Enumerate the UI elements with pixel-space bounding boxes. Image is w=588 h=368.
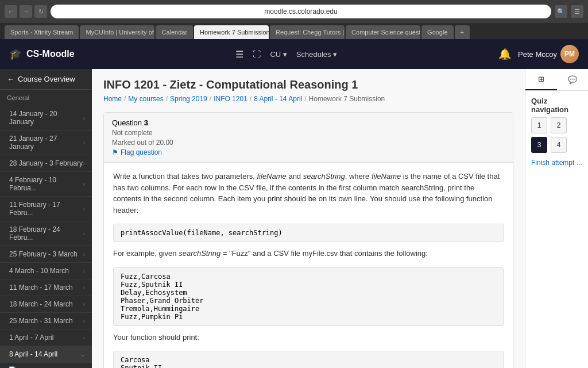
quiz-nav-tab-grid[interactable]: ⊞: [525, 69, 557, 90]
chevron-right-icon: ›: [83, 301, 85, 308]
should-print-text: Your function should print:: [113, 332, 504, 343]
sidebar-item-1apr[interactable]: 1 April - 7 April ›: [0, 329, 92, 346]
chevron-right-icon: ›: [83, 251, 85, 258]
main-content: INFO 1201 - Zietz - Computational Reason…: [92, 69, 525, 368]
question-body: Write a function that takes two paramete…: [104, 163, 513, 368]
chat-icon: 💬: [568, 75, 577, 84]
moodle-header: 🎓 CS-Moodle ☰ ⛶ CU ▾ Schedules ▾ 🔔 Pete …: [0, 39, 588, 69]
browser-tab-bar: Sports · Xfinity Stream MyCUInfo | Unive…: [0, 23, 588, 39]
username: Pete Mccoy: [518, 50, 557, 59]
breadcrumb-spring2019[interactable]: Spring 2019: [170, 95, 207, 103]
chevron-right-icon: ›: [83, 268, 85, 274]
browser-chrome: ← → ↻ 🔍 ☰: [0, 0, 588, 23]
search-button[interactable]: 🔍: [555, 5, 567, 18]
tab-mycuinfo[interactable]: MyCUInfo | University of Colorado...: [80, 25, 154, 39]
new-tab-button[interactable]: +: [455, 25, 470, 39]
quiz-nav-btn-2[interactable]: 2: [551, 117, 567, 133]
user-avatar-area[interactable]: Pete Mccoy PM: [518, 45, 579, 63]
example-text: For example, given searchString = "Fuzz"…: [113, 248, 504, 259]
chevron-down-icon: ⌄: [80, 351, 85, 358]
tab-calendar[interactable]: Calendar: [156, 25, 193, 39]
question-status: Not complete: [112, 129, 173, 137]
sidebar-item-4mar[interactable]: 4 March - 10 March ›: [0, 263, 92, 279]
flag-icon: ⚑: [112, 148, 118, 156]
menu-button[interactable]: ☰: [571, 5, 583, 18]
sidebar-back-to-course[interactable]: ← Course Overview: [0, 69, 92, 90]
csv-content-code: Fuzz,Carcosa Fuzz,Sputnik II Delay,Echos…: [113, 267, 504, 326]
question-text: Write a function that takes two paramete…: [113, 171, 504, 216]
chevron-right-icon: ›: [83, 318, 85, 324]
refresh-button[interactable]: ↻: [34, 5, 47, 18]
chevron-right-icon: ›: [83, 335, 85, 341]
tab-chegg-tutors[interactable]: Request: Chegg Tutors | Online T...: [270, 25, 345, 39]
breadcrumb-info1201[interactable]: INFO 1201: [214, 95, 247, 103]
sidebar-item-28jan[interactable]: 28 January - 3 February ›: [0, 155, 92, 172]
sidebar-item-11feb[interactable]: 11 February - 17 Febru... ›: [0, 197, 92, 221]
header-right: 🔔 Pete Mccoy PM: [498, 45, 579, 63]
header-nav: ☰ ⛶ CU ▾ Schedules ▾: [235, 49, 337, 60]
browser-nav-buttons: ← → ↻: [5, 5, 47, 18]
chevron-right-icon: ›: [83, 140, 85, 146]
question-card: Question 3 Not complete Marked out of 20…: [103, 112, 513, 368]
tab-cs-question[interactable]: Computer Science question | Che...: [346, 25, 420, 39]
quiz-nav-btn-1[interactable]: 1: [531, 117, 547, 133]
function-header-code: printAssocValue(fileName, searchString): [113, 224, 504, 242]
hamburger-menu[interactable]: ☰: [235, 49, 243, 60]
tab-google[interactable]: Google: [421, 25, 453, 39]
tab-homework7[interactable]: Homework 7 Submission: [194, 25, 269, 39]
moodle-logo[interactable]: 🎓 CS-Moodle: [9, 48, 75, 60]
logo-text: CS-Moodle: [26, 49, 75, 59]
quiz-nav-btn-3[interactable]: 3: [531, 137, 547, 153]
question-marked-out-of: Marked out of 20.00: [112, 139, 173, 147]
quiz-nav-tab-chat[interactable]: 💬: [557, 69, 589, 90]
sidebar: ← Course Overview General 14 January - 2…: [0, 69, 92, 368]
sidebar-item-25feb[interactable]: 25 February - 3 March ›: [0, 246, 92, 263]
finish-attempt-link[interactable]: Finish attempt ...: [525, 153, 588, 167]
sidebar-item-18mar[interactable]: 18 March - 24 March ›: [0, 296, 92, 313]
sidebar-item-18feb[interactable]: 18 February - 24 Febru... ›: [0, 221, 92, 246]
print-output-code: Carcosa Sputnik II Pumpkin Pi: [113, 351, 504, 368]
breadcrumb-mycourses[interactable]: My courses: [128, 95, 163, 103]
back-arrow-icon: ←: [7, 75, 14, 83]
tab-sports[interactable]: Sports · Xfinity Stream: [5, 25, 79, 39]
question-header: Question 3 Not complete Marked out of 20…: [104, 113, 513, 163]
chevron-right-icon: ›: [83, 206, 85, 212]
sidebar-item-8apr[interactable]: 8 April - 14 April ⌄: [0, 346, 92, 363]
fullscreen-button[interactable]: ⛶: [253, 49, 261, 59]
quiz-nav-btn-4[interactable]: 4: [551, 137, 567, 153]
app-body: ← Course Overview General 14 January - 2…: [0, 69, 588, 368]
quiz-nav-title: Quiz navigation: [525, 91, 588, 117]
forward-button[interactable]: →: [20, 5, 32, 18]
chevron-right-icon: ›: [83, 231, 85, 237]
breadcrumb-home[interactable]: Home: [103, 95, 122, 103]
back-button[interactable]: ←: [5, 5, 17, 18]
breadcrumb: Home / My courses / Spring 2019 / INFO 1…: [103, 95, 513, 103]
page-title: INFO 1201 - Zietz - Computational Reason…: [103, 78, 513, 91]
chevron-right-icon: ›: [83, 181, 85, 187]
quiz-nav-tabs: ⊞ 💬: [525, 69, 588, 91]
breadcrumb-current: Homework 7 Submission: [309, 95, 385, 103]
sidebar-general-label: General: [0, 90, 92, 106]
sidebar-file-class32notes[interactable]: 📄 Class32Notes: [0, 363, 92, 368]
address-bar[interactable]: [51, 5, 551, 18]
notification-bell-icon[interactable]: 🔔: [498, 48, 511, 60]
sidebar-course-overview-label: Course Overview: [18, 75, 75, 83]
flag-question-link[interactable]: ⚑ Flag question: [112, 148, 173, 156]
avatar: PM: [560, 45, 579, 63]
chevron-right-icon: ›: [83, 160, 85, 167]
sidebar-item-11mar[interactable]: 11 March - 17 March ›: [0, 279, 92, 296]
chevron-right-icon: ›: [83, 285, 85, 291]
cu-dropdown[interactable]: CU ▾: [270, 50, 287, 59]
sidebar-item-4feb[interactable]: 4 February - 10 Februa... ›: [0, 172, 92, 197]
sidebar-item-25mar[interactable]: 25 March - 31 March ›: [0, 313, 92, 329]
sidebar-item-21jan[interactable]: 21 January - 27 January ›: [0, 131, 92, 155]
sidebar-item-14jan[interactable]: 14 January - 20 January ›: [0, 106, 92, 131]
schedules-dropdown[interactable]: Schedules ▾: [296, 50, 337, 59]
grid-icon: ⊞: [538, 75, 544, 83]
chevron-right-icon: ›: [83, 115, 85, 121]
quiz-nav-buttons: 1 2 3 4: [525, 117, 588, 153]
quiz-nav-panel: ⊞ 💬 Quiz navigation 1 2 3 4 Finish attem…: [525, 69, 588, 368]
logo-icon: 🎓: [9, 48, 22, 60]
question-number: Question 3: [112, 118, 173, 127]
breadcrumb-8april[interactable]: 8 April - 14 April: [254, 95, 302, 103]
